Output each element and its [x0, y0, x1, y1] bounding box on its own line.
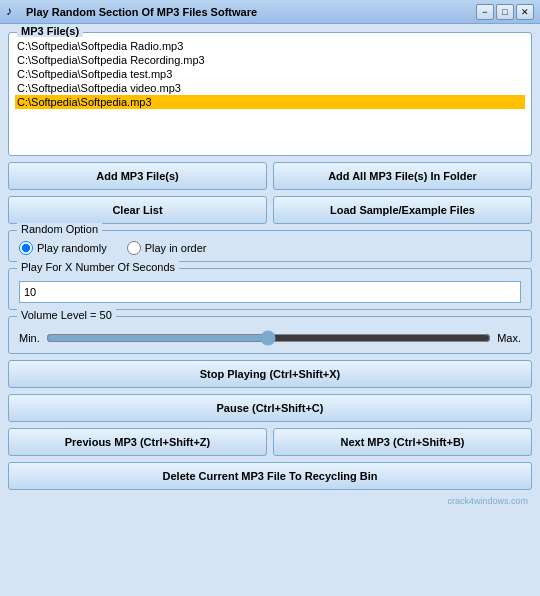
main-content: MP3 File(s) C:\Softpedia\Softpedia Radio… — [0, 24, 540, 514]
list-item[interactable]: C:\Softpedia\Softpedia test.mp3 — [15, 67, 525, 81]
title-controls: − □ ✕ — [476, 4, 534, 20]
radio-row: Play randomly Play in order — [19, 239, 521, 255]
close-button[interactable]: ✕ — [516, 4, 534, 20]
file-list-label: MP3 File(s) — [17, 25, 83, 37]
volume-min-label: Min. — [19, 332, 40, 344]
add-buttons-row: Add MP3 File(s) Add All MP3 File(s) In F… — [8, 162, 532, 190]
prev-mp3-button[interactable]: Previous MP3 (Ctrl+Shift+Z) — [8, 428, 267, 456]
seconds-input[interactable] — [19, 281, 521, 303]
list-item[interactable]: C:\Softpedia\Softpedia video.mp3 — [15, 81, 525, 95]
pause-button-row: Pause (Ctrl+Shift+C) — [8, 394, 532, 422]
add-files-button[interactable]: Add MP3 File(s) — [8, 162, 267, 190]
file-list-group: MP3 File(s) C:\Softpedia\Softpedia Radio… — [8, 32, 532, 156]
delete-button-row: Delete Current MP3 File To Recycling Bin — [8, 462, 532, 490]
stop-button-row: Stop Playing (Ctrl+Shift+X) — [8, 360, 532, 388]
random-option-group: Random Option Play randomly Play in orde… — [8, 230, 532, 262]
play-in-order-radio[interactable] — [127, 241, 141, 255]
app-icon: ♪ — [6, 4, 22, 20]
delete-recycling-button[interactable]: Delete Current MP3 File To Recycling Bin — [8, 462, 532, 490]
minimize-button[interactable]: − — [476, 4, 494, 20]
load-sample-button[interactable]: Load Sample/Example Files — [273, 196, 532, 224]
pause-button[interactable]: Pause (Ctrl+Shift+C) — [8, 394, 532, 422]
stop-playing-button[interactable]: Stop Playing (Ctrl+Shift+X) — [8, 360, 532, 388]
restore-button[interactable]: □ — [496, 4, 514, 20]
window-title: Play Random Section Of MP3 Files Softwar… — [26, 6, 257, 18]
prev-next-row: Previous MP3 (Ctrl+Shift+Z) Next MP3 (Ct… — [8, 428, 532, 456]
title-bar-left: ♪ Play Random Section Of MP3 Files Softw… — [6, 4, 257, 20]
play-randomly-option[interactable]: Play randomly — [19, 241, 107, 255]
volume-row: Min. Max. — [19, 325, 521, 347]
random-option-label: Random Option — [17, 223, 102, 235]
list-item[interactable]: C:\Softpedia\Softpedia Recording.mp3 — [15, 53, 525, 67]
play-in-order-label: Play in order — [145, 242, 207, 254]
clear-load-row: Clear List Load Sample/Example Files — [8, 196, 532, 224]
play-randomly-label: Play randomly — [37, 242, 107, 254]
play-seconds-label: Play For X Number Of Seconds — [17, 261, 179, 273]
next-mp3-button[interactable]: Next MP3 (Ctrl+Shift+B) — [273, 428, 532, 456]
watermark: crack4windows.com — [8, 496, 532, 506]
volume-label: Volume Level = 50 — [17, 309, 116, 321]
clear-list-button[interactable]: Clear List — [8, 196, 267, 224]
volume-slider[interactable] — [46, 329, 491, 347]
volume-group: Volume Level = 50 Min. Max. — [8, 316, 532, 354]
title-bar: ♪ Play Random Section Of MP3 Files Softw… — [0, 0, 540, 24]
list-item-selected[interactable]: C:\Softpedia\Softpedia.mp3 — [15, 95, 525, 109]
file-list[interactable]: C:\Softpedia\Softpedia Radio.mp3 C:\Soft… — [15, 39, 525, 149]
play-seconds-group: Play For X Number Of Seconds — [8, 268, 532, 310]
play-randomly-radio[interactable] — [19, 241, 33, 255]
list-item[interactable]: C:\Softpedia\Softpedia Radio.mp3 — [15, 39, 525, 53]
add-folder-button[interactable]: Add All MP3 File(s) In Folder — [273, 162, 532, 190]
play-in-order-option[interactable]: Play in order — [127, 241, 207, 255]
volume-max-label: Max. — [497, 332, 521, 344]
